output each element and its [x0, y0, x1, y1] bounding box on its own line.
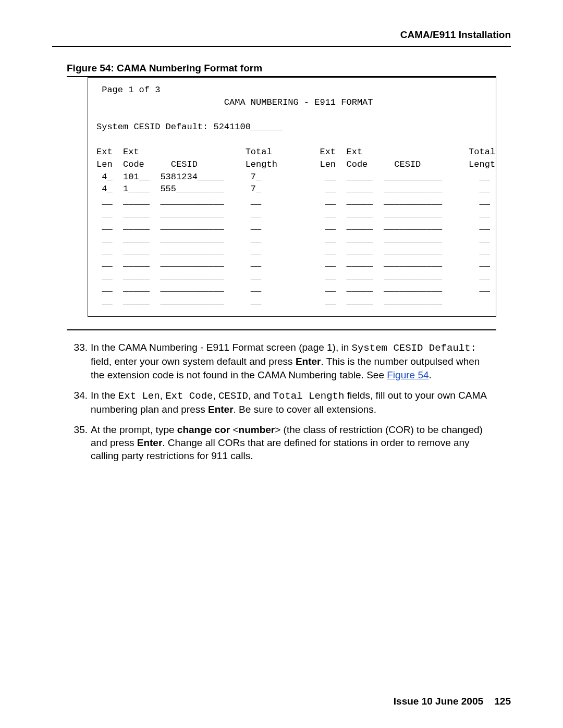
step-34: 34. In the Ext Len, Ext Code, CESID, and…: [67, 389, 496, 416]
section-header: CAMA/E911 Installation: [52, 29, 511, 41]
issue-date: Issue 10 June 2005: [394, 696, 483, 707]
step-number: 34.: [67, 389, 91, 416]
text: ,: [160, 390, 166, 401]
page-number: 125: [494, 696, 511, 707]
figure-caption: Figure 54: CAMA Numbering Format form: [67, 63, 496, 74]
text: In the: [91, 390, 118, 401]
mono-text: CESID: [218, 390, 248, 402]
mono-text: System CESID Default:: [352, 342, 476, 354]
mono-text: Total Length: [273, 390, 345, 402]
terminal-screen: Page 1 of 3 CAMA NUMBERING - E911 FORMAT…: [88, 77, 496, 317]
step-number: 33.: [67, 341, 91, 381]
text: field, enter your own system default and…: [91, 356, 296, 367]
step-body: In the Ext Len, Ext Code, CESID, and Tot…: [91, 389, 496, 416]
bold-text: number: [239, 424, 275, 435]
text: In the CAMA Numbering - E911 Format scre…: [91, 342, 352, 353]
divider-top: [52, 46, 511, 47]
text: .: [429, 369, 432, 380]
page-footer: Issue 10 June 2005 125: [394, 696, 511, 707]
bold-text: change cor: [177, 424, 230, 435]
bold-text: Enter: [296, 356, 321, 367]
steps-list: 33. In the CAMA Numbering - E911 Format …: [67, 341, 496, 462]
figure-bottom-rule: [67, 329, 496, 330]
text: , and: [248, 390, 273, 401]
step-body: At the prompt, type change cor <number> …: [91, 423, 496, 462]
text: At the prompt, type: [91, 424, 177, 435]
mono-text: Ext Len: [118, 390, 160, 402]
page: CAMA/E911 Installation Figure 54: CAMA N…: [0, 0, 563, 728]
step-body: In the CAMA Numbering - E911 Format scre…: [91, 341, 496, 381]
bold-text: Enter: [137, 437, 163, 448]
bold-text: Enter: [208, 404, 234, 415]
step-35: 35. At the prompt, type change cor <numb…: [67, 423, 496, 462]
step-number: 35.: [67, 423, 91, 462]
text: ,: [213, 390, 218, 401]
figure-link[interactable]: Figure 54: [387, 369, 429, 380]
mono-text: Ext Code: [165, 390, 213, 402]
text: <: [230, 424, 238, 435]
text: . Be sure to cover all extensions.: [234, 404, 377, 415]
step-33: 33. In the CAMA Numbering - E911 Format …: [67, 341, 496, 381]
